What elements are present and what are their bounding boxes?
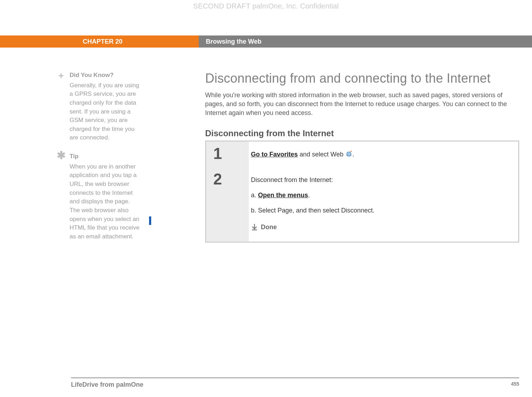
page-footer: LifeDrive from palmOne 455 xyxy=(71,377,519,388)
step-2-lead: Disconnect from the Internet: xyxy=(251,175,510,185)
step-2a-tail: . xyxy=(308,192,310,199)
main-content: Disconnecting from and connecting to the… xyxy=(152,71,519,376)
did-you-know-title: Did You Know? xyxy=(70,71,141,80)
step-2a-label: a. xyxy=(251,192,258,199)
revision-bar xyxy=(149,216,151,225)
step-2-body: Disconnect from the Internet: a. Open th… xyxy=(249,167,518,241)
did-you-know-block: + Did You Know? Generally, if you are us… xyxy=(57,71,141,142)
steps-box: 1 Go to Favorites and select Web . 2 Dis… xyxy=(205,140,519,243)
tip-body: When you are in another application and … xyxy=(70,162,141,241)
svg-point-1 xyxy=(346,151,351,156)
page-heading: Disconnecting from and connecting to the… xyxy=(205,71,519,86)
intro-paragraph: While you're working with stored informa… xyxy=(205,91,519,118)
tip-block: ✱ Tip When you are in another applicatio… xyxy=(57,152,141,241)
done-arrow-icon xyxy=(251,224,258,234)
step-1-row: 1 Go to Favorites and select Web . xyxy=(206,142,518,167)
step-1-body: Go to Favorites and select Web . xyxy=(249,142,518,167)
step-2-row: 2 Disconnect from the Internet: a. Open … xyxy=(206,167,518,241)
step-2a: a. Open the menus. xyxy=(251,190,510,200)
step-1-number: 1 xyxy=(206,142,249,167)
chapter-number: CHAPTER 20 xyxy=(0,35,199,48)
footer-page-number: 455 xyxy=(511,381,519,388)
plus-icon: + xyxy=(57,72,65,80)
tip-title: Tip xyxy=(70,152,141,161)
done-row: Done xyxy=(251,222,510,234)
step-2-number: 2 xyxy=(206,167,249,241)
footer-product: LifeDrive from palmOne xyxy=(71,381,143,388)
chapter-title: Browsing the Web xyxy=(199,35,532,48)
go-to-favorites-link[interactable]: Go to Favorites xyxy=(251,151,298,158)
did-you-know-body: Generally, if you are using a GPRS servi… xyxy=(70,81,141,142)
section-subheading: Disconnecting from the Internet xyxy=(205,128,519,138)
asterisk-icon: ✱ xyxy=(57,151,65,160)
watermark-text: SECOND DRAFT palmOne, Inc. Confidential xyxy=(0,2,532,10)
chapter-bar: CHAPTER 20 Browsing the Web xyxy=(0,35,532,48)
done-label: Done xyxy=(261,224,277,231)
step-2b: b. Select Page, and then select Disconne… xyxy=(251,205,510,216)
step-1-text-a: and select Web xyxy=(298,151,345,158)
web-icon xyxy=(345,150,352,156)
step-1-text-b: . xyxy=(352,151,354,158)
open-the-menus-link[interactable]: Open the menus xyxy=(258,192,308,199)
sidebar: + Did You Know? Generally, if you are us… xyxy=(57,71,149,376)
